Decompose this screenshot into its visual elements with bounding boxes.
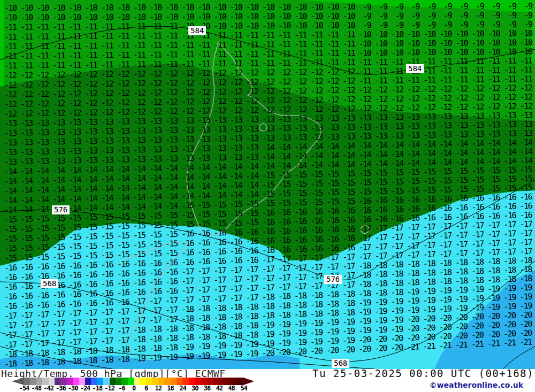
scale-segment xyxy=(24,378,30,385)
scale-segment xyxy=(97,378,103,385)
scale-segment xyxy=(55,378,60,385)
scale-arrow-left-icon xyxy=(12,378,24,385)
copyright-link[interactable]: ©weatheronline.co.uk xyxy=(430,381,523,389)
weather-map: -10 -10 -10 -10 -10 -10 -10 -10 -10 -10 … xyxy=(0,0,535,369)
scale-segment xyxy=(152,378,158,385)
contour-label: 568 xyxy=(41,279,58,288)
scale-segment xyxy=(238,378,243,385)
scale-segment xyxy=(30,378,36,385)
scale-segment xyxy=(110,378,116,385)
contour-label: 568 xyxy=(332,359,349,368)
scale-segment xyxy=(140,378,146,385)
scale-segment xyxy=(103,378,109,385)
contour-label: 584 xyxy=(406,64,424,73)
scale-segment xyxy=(177,378,182,385)
scale-segment xyxy=(164,378,170,385)
contour-label: 584 xyxy=(188,26,206,35)
scale-segment xyxy=(42,378,48,385)
scale-segment xyxy=(128,378,134,385)
scale-segment xyxy=(134,378,140,385)
scale-segment xyxy=(85,378,91,385)
temperature-grid: -10 -10 -10 -10 -10 -10 -10 -10 -10 -10 … xyxy=(0,0,535,369)
scale-segment xyxy=(195,378,201,385)
scale-segment xyxy=(60,378,66,385)
scale-tick-label: 54 xyxy=(236,385,251,392)
scale-segment xyxy=(232,378,238,385)
scale-segment xyxy=(158,378,164,385)
scale-segment xyxy=(121,378,127,385)
scale-segment xyxy=(189,378,195,385)
scale-segment xyxy=(207,378,213,385)
scale-arrow-right-icon xyxy=(243,378,254,385)
weather-map-page: -10 -10 -10 -10 -10 -10 -10 -10 -10 -10 … xyxy=(0,0,535,392)
scale-segment xyxy=(116,378,121,385)
contour-label: 576 xyxy=(52,205,70,214)
scale-segment xyxy=(201,378,207,385)
scale-segment xyxy=(182,378,188,385)
legend-bar: Height/Temp. 500 hPa [gdmp][°C] ECMWF Tu… xyxy=(0,369,535,392)
scale-segment xyxy=(73,378,79,385)
scale-segment xyxy=(171,378,177,385)
scale-segment xyxy=(146,378,152,385)
contour-label: 576 xyxy=(324,275,342,284)
scale-segment xyxy=(213,378,219,385)
scale-segment xyxy=(49,378,55,385)
scale-segment xyxy=(91,378,97,385)
scale-segment xyxy=(219,378,225,385)
scale-segment xyxy=(225,378,231,385)
scale-segment xyxy=(79,378,85,385)
scale-segment xyxy=(36,378,42,385)
scale-segment xyxy=(67,378,73,385)
